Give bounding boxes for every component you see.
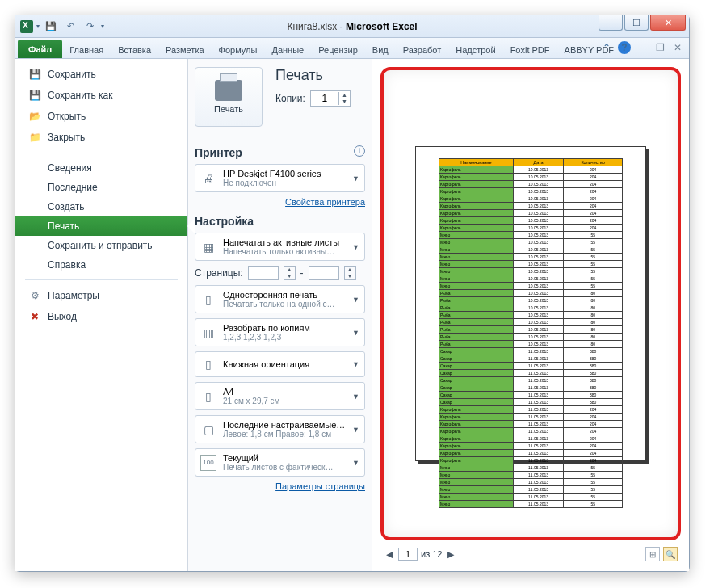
close-file-icon: 📁 [28, 131, 41, 144]
doc-close-icon[interactable]: ✕ [671, 41, 684, 54]
printer-select[interactable]: 🖨 HP Deskjet F4100 series Не подключен ▼ [195, 164, 365, 192]
save-icon: 💾 [28, 68, 41, 81]
sides-select[interactable]: ▯ Односторонняя печатьПечатать только на… [195, 285, 365, 313]
printer-info-icon[interactable]: i [354, 145, 365, 157]
table-row: Мясо10.05.201355 [439, 261, 623, 268]
preview-highlight: Наименование Дата Количество Картофель10… [380, 67, 681, 540]
menu-exit[interactable]: ✖Выход [15, 306, 187, 327]
tab-home[interactable]: Главная [62, 41, 111, 58]
table-row: Сахар11.05.2013380 [439, 355, 623, 363]
tab-foxit[interactable]: Foxit PDF [503, 41, 557, 58]
menu-options-label: Параметры [48, 290, 99, 301]
margins-sub: Левое: 1,8 см Правое: 1,8 см [223, 430, 346, 439]
qat-customize-dropdown[interactable]: ▾ [101, 23, 104, 30]
print-what-sub: Напечатать только активны… [223, 247, 346, 256]
table-row: Сахар11.05.2013380 [439, 370, 623, 377]
tab-data[interactable]: Данные [264, 41, 311, 58]
copies-arrows[interactable]: ▲▼ [338, 92, 350, 105]
qat: ▾ 💾 ↶ ↷ ▾ [15, 19, 104, 35]
page-prev-button[interactable]: ◀ [384, 549, 395, 560]
table-row: Рыба10.05.201380 [439, 319, 623, 326]
paper-main: A4 [223, 387, 346, 397]
menu-options[interactable]: ⚙Параметры [15, 285, 187, 306]
menu-info[interactable]: Сведения [15, 158, 187, 178]
table-row: Рыба10.05.201380 [439, 290, 623, 297]
print-button[interactable]: Печать [195, 67, 263, 127]
tab-review[interactable]: Рецензир [311, 41, 365, 58]
doc-minimize-icon[interactable]: ─ [636, 41, 649, 54]
scale-select[interactable]: 100 ТекущийПечать листов с фактическ… ▼ [195, 448, 365, 477]
table-row: Рыба10.05.201380 [439, 326, 623, 334]
qat-save-icon[interactable]: 💾 [43, 19, 59, 35]
preview-table: Наименование Дата Количество Картофель10… [439, 158, 623, 508]
chevron-down-icon: ▼ [352, 243, 359, 251]
backstage-menu: 💾Сохранить 💾Сохранить как 📂Открыть 📁Закр… [15, 59, 188, 571]
printer-status: Не подключен [223, 178, 346, 187]
tab-formulas[interactable]: Формулы [212, 41, 265, 58]
spin-up-icon[interactable]: ▲ [339, 92, 350, 99]
spin-down-icon[interactable]: ▼ [339, 99, 350, 105]
zoom-to-page-icon[interactable]: 🔍 [663, 547, 678, 561]
menu-new[interactable]: Создать [15, 197, 187, 216]
qat-undo-icon[interactable]: ↶ [62, 19, 78, 35]
chevron-down-icon: ▼ [352, 360, 359, 368]
qat-redo-icon[interactable]: ↷ [82, 19, 98, 35]
table-row: Рыба10.05.201380 [439, 297, 623, 304]
minimize-button[interactable]: ─ [599, 15, 623, 31]
table-row: Картофель11.05.2013204 [439, 421, 623, 428]
orientation-select[interactable]: ▯ Книжная ориентация ▼ [195, 351, 365, 377]
pages-to-input[interactable] [309, 266, 339, 280]
menu-save-as[interactable]: 💾Сохранить как [15, 85, 187, 106]
table-row: Картофель11.05.2013204 [439, 443, 623, 450]
app-menu-dropdown[interactable]: ▾ [36, 23, 40, 30]
table-row: Картофель10.05.2013204 [439, 210, 623, 217]
tab-addins[interactable]: Надстрой [448, 41, 502, 58]
table-row: Рыба10.05.201380 [439, 341, 623, 348]
collate-select[interactable]: ▥ Разобрать по копиям1,2,3 1,2,3 1,2,3 ▼ [195, 318, 365, 346]
table-row: Картофель10.05.2013204 [439, 174, 623, 181]
paper-select[interactable]: ▯ A421 см x 29,7 см ▼ [195, 382, 365, 410]
menu-close[interactable]: 📁Закрыть [15, 127, 187, 148]
menu-send[interactable]: Сохранить и отправить [15, 236, 187, 255]
pages-from-spin[interactable]: ▲▼ [284, 266, 296, 280]
tab-insert[interactable]: Вставка [111, 41, 158, 58]
options-icon: ⚙ [28, 289, 41, 302]
menu-send-label: Сохранить и отправить [48, 240, 153, 251]
orientation-main: Книжная ориентация [223, 359, 346, 369]
pages-from-input[interactable] [248, 266, 279, 280]
menu-open[interactable]: 📂Открыть [15, 106, 187, 127]
pages-row: Страницы: ▲▼ - ▲▼ [195, 266, 365, 280]
doc-restore-icon[interactable]: ❐ [653, 41, 666, 54]
tab-developer[interactable]: Разработ [396, 41, 448, 58]
margins-select[interactable]: ▢ Последние настраиваемые …Левое: 1,8 см… [195, 415, 365, 443]
table-row: Картофель11.05.2013204 [439, 435, 623, 443]
copies-input[interactable] [311, 91, 338, 106]
tab-layout[interactable]: Разметка [158, 41, 212, 58]
menu-recent[interactable]: Последние [15, 178, 187, 197]
page-current-input[interactable] [398, 548, 418, 561]
table-row: Сахар11.05.2013380 [439, 392, 623, 399]
tab-view[interactable]: Вид [365, 41, 396, 58]
page-next-button[interactable]: ▶ [445, 549, 456, 560]
help-icon[interactable]: ? [618, 41, 631, 54]
menu-sep-1 [25, 153, 178, 153]
page-setup-link[interactable]: Параметры страницы [195, 481, 365, 491]
scale-main: Текущий [223, 453, 346, 463]
ribbon-minimize-icon[interactable]: ⌃ [600, 41, 613, 54]
pages-to-spin[interactable]: ▲▼ [344, 266, 356, 280]
table-row: Картофель10.05.2013204 [439, 225, 623, 232]
table-row: Рыба10.05.201380 [439, 334, 623, 341]
tab-file[interactable]: Файл [18, 40, 62, 58]
menu-print[interactable]: Печать [15, 216, 187, 236]
table-row: Рыба10.05.201380 [439, 312, 623, 319]
menu-save[interactable]: 💾Сохранить [15, 64, 187, 85]
table-row: Картофель11.05.2013204 [439, 414, 623, 421]
scale-sub: Печать листов с фактическ… [223, 463, 346, 472]
copies-spinner[interactable]: ▲▼ [310, 90, 351, 107]
show-margins-icon[interactable]: ⊞ [645, 547, 660, 561]
printer-properties-link[interactable]: Свойства принтера [195, 197, 365, 207]
maximize-button[interactable]: ☐ [624, 15, 649, 31]
close-button[interactable]: ✕ [650, 15, 686, 31]
print-what-select[interactable]: ▦ Напечатать активные листыНапечатать то… [195, 233, 365, 261]
menu-help[interactable]: Справка [15, 255, 187, 275]
